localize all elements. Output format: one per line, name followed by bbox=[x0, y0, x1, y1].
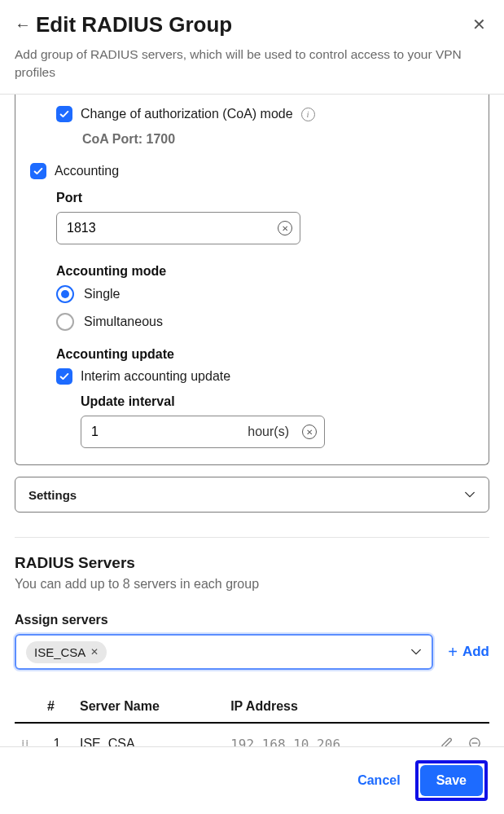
col-number: # bbox=[41, 691, 73, 723]
radio-single-label: Single bbox=[84, 287, 120, 301]
accounting-card: Change of authorization (CoA) mode i CoA… bbox=[15, 95, 489, 465]
accounting-mode-label: Accounting mode bbox=[56, 264, 474, 279]
assign-servers-label: Assign servers bbox=[15, 613, 489, 627]
settings-expander[interactable]: Settings bbox=[15, 477, 489, 513]
check-icon bbox=[33, 165, 44, 177]
interim-update-label: Interim accounting update bbox=[81, 369, 230, 384]
col-ip-address: IP Address bbox=[224, 691, 423, 723]
back-arrow-icon[interactable]: ← bbox=[15, 15, 31, 34]
servers-table: # Server Name IP Address ⁞⁞ 1 ISE_CSA 19… bbox=[15, 691, 489, 746]
save-button[interactable]: Save bbox=[420, 765, 483, 796]
col-server-name: Server Name bbox=[73, 691, 224, 723]
table-row: ⁞⁞ 1 ISE_CSA 192.168.10.206 bbox=[15, 723, 489, 746]
radio-simultaneous[interactable] bbox=[56, 313, 74, 331]
check-icon bbox=[59, 108, 70, 120]
edit-icon[interactable] bbox=[439, 735, 455, 746]
add-server-button[interactable]: + Add bbox=[448, 643, 489, 662]
radius-servers-note: You can add up to 8 servers in each grou… bbox=[15, 577, 489, 592]
page-subtitle: Add group of RADIUS servers, which will … bbox=[15, 46, 489, 81]
drag-handle-icon[interactable]: ⁞⁞ bbox=[21, 737, 29, 746]
clear-interval-icon[interactable]: ✕ bbox=[302, 425, 317, 439]
scroll-area[interactable]: Change of authorization (CoA) mode i CoA… bbox=[0, 94, 504, 746]
coa-mode-checkbox[interactable] bbox=[56, 106, 72, 122]
assign-servers-select[interactable]: ISE_CSA ✕ bbox=[15, 634, 433, 670]
row-number: 1 bbox=[41, 723, 73, 746]
interim-update-checkbox[interactable] bbox=[56, 368, 72, 385]
page-title: Edit RADIUS Group bbox=[36, 12, 232, 37]
accounting-update-label: Accounting update bbox=[56, 347, 474, 362]
chip-remove-icon[interactable]: ✕ bbox=[90, 646, 99, 658]
chevron-down-icon bbox=[410, 646, 422, 658]
update-interval-label: Update interval bbox=[81, 394, 474, 409]
row-server-name: ISE_CSA bbox=[73, 723, 224, 746]
divider bbox=[15, 537, 489, 538]
server-chip[interactable]: ISE_CSA ✕ bbox=[26, 641, 107, 663]
cancel-button[interactable]: Cancel bbox=[357, 773, 400, 788]
port-label: Port bbox=[56, 191, 474, 205]
check-icon bbox=[59, 371, 70, 382]
row-ip-address: 192.168.10.206 bbox=[224, 723, 423, 746]
port-input[interactable] bbox=[56, 212, 300, 244]
update-interval-unit: hour(s) bbox=[248, 425, 289, 439]
save-highlight: Save bbox=[415, 760, 488, 801]
remove-icon[interactable] bbox=[467, 735, 483, 746]
clear-port-icon[interactable]: ✕ bbox=[278, 221, 292, 235]
close-icon[interactable]: ✕ bbox=[469, 11, 489, 37]
radius-servers-heading: RADIUS Servers bbox=[15, 554, 489, 572]
radio-simultaneous-label: Simultaneous bbox=[84, 315, 163, 329]
svg-point-0 bbox=[470, 738, 480, 746]
info-icon[interactable]: i bbox=[301, 108, 315, 121]
accounting-label: Accounting bbox=[55, 164, 119, 178]
plus-icon: + bbox=[448, 643, 458, 662]
accounting-checkbox[interactable] bbox=[30, 163, 46, 179]
settings-label: Settings bbox=[28, 488, 77, 502]
radio-single[interactable] bbox=[56, 285, 74, 303]
chevron-down-icon bbox=[464, 489, 476, 500]
coa-mode-label: Change of authorization (CoA) mode bbox=[81, 107, 293, 121]
add-label: Add bbox=[462, 644, 489, 660]
coa-port-label: CoA Port: 1700 bbox=[82, 132, 474, 147]
footer: Cancel Save bbox=[0, 746, 504, 814]
server-chip-label: ISE_CSA bbox=[34, 645, 85, 659]
